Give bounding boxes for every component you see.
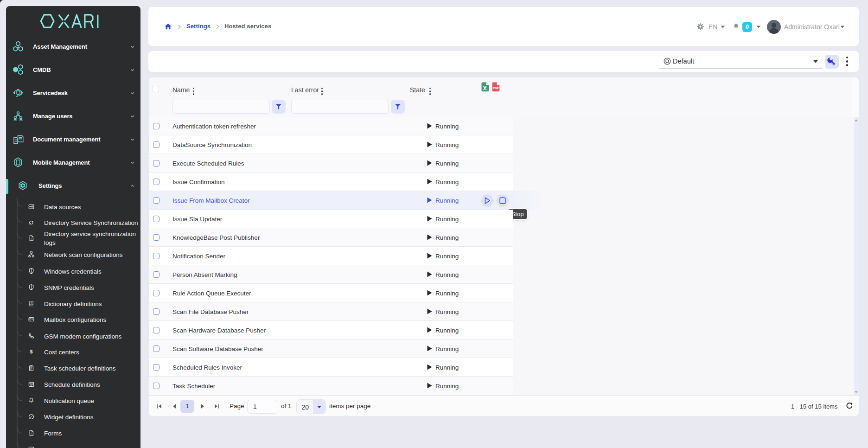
svg-text:PDF: PDF [493, 86, 499, 90]
svg-text:$: $ [30, 348, 32, 354]
